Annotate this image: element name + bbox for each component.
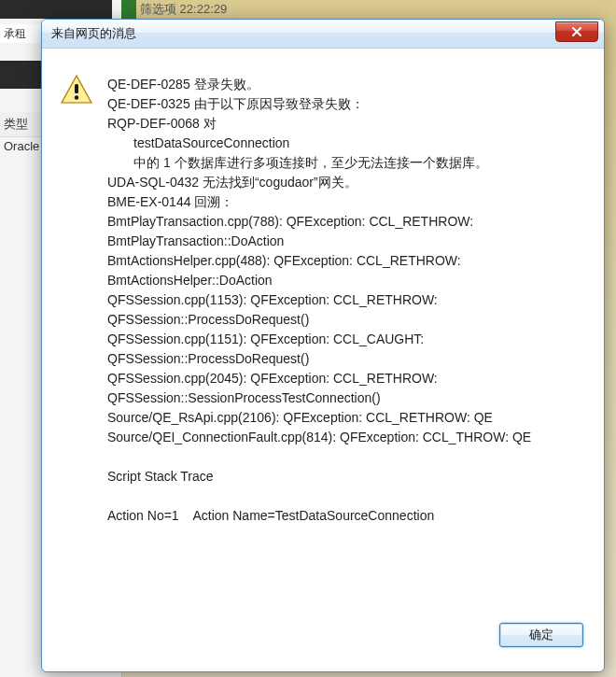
svg-rect-0 — [75, 84, 78, 93]
bg-dark-strip-2 — [0, 61, 42, 89]
bg-green-strip — [121, 0, 136, 19]
dialog-title: 来自网页的消息 — [51, 25, 555, 42]
bg-row-oracle: Oracle — [0, 135, 41, 157]
warning-icon — [61, 75, 92, 105]
dialog-titlebar[interactable]: 来自网页的消息 — [42, 20, 604, 49]
bg-dark-strip — [0, 0, 112, 19]
dialog-button-row: 确定 — [42, 612, 604, 671]
bg-tab-label[interactable]: 承租 — [0, 24, 41, 43]
bg-col-header: 类型 — [0, 112, 41, 137]
message-dialog: 来自网页的消息 QE-DEF-0285 登录失败。 QE-DEF-0325 由于… — [41, 19, 605, 672]
svg-point-1 — [75, 95, 78, 99]
bg-top-fragment: 筛选项 22:22:29 — [140, 1, 227, 18]
dialog-body: QE-DEF-0285 登录失败。 QE-DEF-0325 由于以下原因导致登录… — [42, 49, 604, 612]
close-button[interactable] — [555, 21, 598, 42]
close-icon — [571, 27, 582, 37]
ok-button[interactable]: 确定 — [499, 623, 583, 647]
error-message-text: QE-DEF-0285 登录失败。 QE-DEF-0325 由于以下原因导致登录… — [107, 75, 589, 602]
